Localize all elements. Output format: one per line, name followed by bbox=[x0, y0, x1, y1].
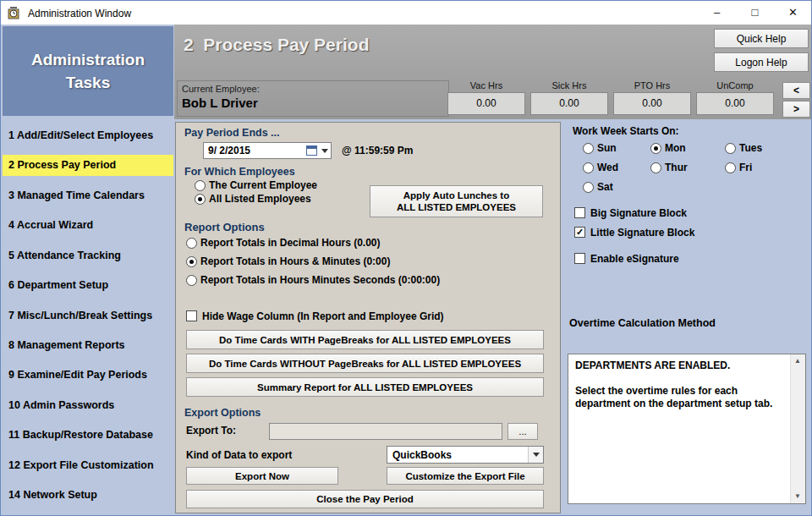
workweek-tues-radio[interactable] bbox=[725, 143, 736, 154]
sidebar-item-add-edit-select-employees[interactable]: 1 Add/Edit/Select Employees bbox=[3, 125, 173, 146]
next-employee-button[interactable]: > bbox=[782, 101, 810, 118]
administration-window: Administration Window – □ ✕ Administrati… bbox=[0, 0, 812, 516]
current-employee-label: Current Employee: bbox=[182, 84, 260, 94]
export-kind-value: QuickBooks bbox=[392, 449, 452, 461]
little-signature-block-label[interactable]: Little Signature Block bbox=[590, 227, 694, 239]
header-panel: 2 Process Pay Period Quick Help Logon He… bbox=[174, 25, 812, 119]
page-title: 2 Process Pay Period bbox=[184, 35, 369, 55]
workweek-mon-label[interactable]: Mon bbox=[665, 142, 686, 154]
app-icon bbox=[8, 6, 22, 19]
sidebar-item-process-pay-period[interactable]: 2 Process Pay Period bbox=[3, 155, 173, 176]
sidebar-item-attendance-tracking[interactable]: 5 Attendance Tracking bbox=[3, 245, 173, 266]
sidebar-item-backup-restore-database[interactable]: 11 Backup/Restore Database bbox=[3, 425, 173, 446]
sidebar-item-department-setup[interactable]: 6 Department Setup bbox=[3, 275, 173, 296]
overtime-info-box: DEPARTMENTS ARE ENABLED. Select the over… bbox=[568, 354, 806, 504]
overtime-info-text: DEPARTMENTS ARE ENABLED. Select the over… bbox=[575, 360, 785, 410]
sidebar-item-managed-time-calendars[interactable]: 3 Managed Time Calendars bbox=[3, 185, 173, 206]
title-bar: Administration Window – □ ✕ bbox=[1, 1, 811, 25]
scroll-down-icon[interactable]: ▼ bbox=[791, 490, 804, 503]
logon-help-button[interactable]: Logon Help bbox=[714, 52, 809, 72]
work-week-starts-title: Work Week Starts On: bbox=[573, 125, 679, 137]
close-button[interactable]: ✕ bbox=[774, 1, 812, 25]
pto-hrs-label: PTO Hrs bbox=[613, 80, 691, 91]
sidebar-item-accrual-wizard[interactable]: 4 Accrual Wizard bbox=[3, 215, 173, 236]
little-signature-block-checkbox[interactable] bbox=[574, 227, 585, 238]
workweek-thur-label[interactable]: Thur bbox=[665, 162, 688, 173]
summary-report-button[interactable]: Summary Report for ALL LISTED EMPLOYEES bbox=[186, 377, 544, 397]
sidebar-item-misc-lunch-break-settings[interactable]: 7 Misc/Lunch/Break Settings bbox=[3, 305, 173, 327]
export-options-title: Export Options bbox=[184, 407, 261, 419]
vac-hrs-value: 0.00 bbox=[447, 92, 525, 115]
workweek-tues-label[interactable]: Tues bbox=[739, 142, 762, 154]
for-which-employees-title: For Which Employees bbox=[184, 166, 295, 178]
overtime-scrollbar[interactable]: ▲ ▼ bbox=[790, 354, 805, 503]
enable-esignature-checkbox[interactable] bbox=[574, 253, 585, 264]
sick-hrs-label: Sick Hrs bbox=[530, 80, 608, 91]
administration-tasks-panel: Administration Tasks bbox=[3, 26, 173, 116]
workweek-sat-radio[interactable] bbox=[583, 182, 594, 193]
window-title: Administration Window bbox=[28, 8, 131, 19]
sidebar-item-network-setup[interactable]: 14 Network Setup bbox=[3, 485, 173, 506]
all-listed-employees-radio[interactable] bbox=[195, 194, 206, 205]
minimize-button[interactable]: – bbox=[698, 1, 736, 25]
scroll-up-icon[interactable]: ▲ bbox=[791, 354, 804, 368]
kind-of-data-label: Kind of Data to export bbox=[186, 449, 292, 461]
sidebar-item-examine-edit-pay-periods[interactable]: 9 Examine/Edit Pay Periods bbox=[3, 365, 173, 386]
hours-minutes-seconds-radio-label[interactable]: Report Totals in Hours Minutes Seconds (… bbox=[200, 274, 440, 286]
apply-auto-lunches-button[interactable]: Apply Auto Lunches to ALL LISTED EMPLOYE… bbox=[370, 185, 543, 217]
enable-esignature-label[interactable]: Enable eSignature bbox=[590, 253, 679, 265]
uncomp-hrs-label: UnComp bbox=[696, 80, 774, 91]
hide-wage-column-checkbox[interactable] bbox=[186, 310, 197, 321]
workweek-wed-label[interactable]: Wed bbox=[597, 162, 618, 173]
dropdown-arrow-icon[interactable] bbox=[528, 447, 543, 463]
sidebar-item-export-file-customization[interactable]: 12 Export File Customization bbox=[3, 455, 173, 476]
pto-hrs-value: 0.00 bbox=[613, 92, 691, 115]
pay-period-date-picker[interactable]: 9/ 2/2015 bbox=[203, 142, 332, 159]
quick-help-button[interactable]: Quick Help bbox=[714, 29, 809, 48]
close-pay-period-button[interactable]: Close the Pay Period bbox=[186, 490, 544, 508]
process-pay-period-panel: Pay Period Ends ... 9/ 2/2015 @ 11:59:59… bbox=[175, 122, 561, 513]
chevron-down-icon[interactable] bbox=[321, 149, 328, 153]
uncomp-hrs-value: 0.00 bbox=[696, 92, 774, 115]
timecards-with-pagebreaks-button[interactable]: Do Time Cards WITH PageBreaks for ALL LI… bbox=[186, 330, 544, 349]
timecards-without-pagebreaks-button[interactable]: Do Time Cards WITHOUT PageBreaks for ALL… bbox=[186, 354, 544, 373]
maximize-button[interactable]: □ bbox=[736, 1, 774, 25]
browse-button[interactable]: ... bbox=[508, 423, 538, 440]
export-now-button[interactable]: Export Now bbox=[186, 467, 338, 485]
workweek-mon-radio[interactable] bbox=[650, 143, 661, 154]
current-employee-box: Current Employee: Bob L Driver bbox=[177, 80, 449, 117]
decimal-hours-radio-label[interactable]: Report Totals in Decimal Hours (0.00) bbox=[200, 237, 381, 249]
export-kind-dropdown[interactable]: QuickBooks bbox=[387, 446, 544, 464]
current-employee-radio[interactable] bbox=[195, 180, 206, 191]
workweek-wed-radio[interactable] bbox=[583, 162, 594, 173]
workweek-fri-radio[interactable] bbox=[725, 162, 736, 173]
sick-hrs-value: 0.00 bbox=[530, 92, 608, 115]
hours-minutes-seconds-radio[interactable] bbox=[186, 275, 197, 286]
pay-period-time-text: @ 11:59:59 Pm bbox=[342, 145, 413, 156]
export-to-label: Export To: bbox=[186, 425, 236, 436]
hide-wage-column-label[interactable]: Hide Wage Column (In Report and Employee… bbox=[202, 310, 444, 322]
customize-export-file-button[interactable]: Customize the Export File bbox=[387, 467, 544, 485]
prev-employee-button[interactable]: < bbox=[782, 82, 810, 99]
current-employee-name: Bob L Driver bbox=[182, 96, 258, 110]
all-listed-employees-radio-label[interactable]: All Listed Employees bbox=[209, 193, 311, 205]
sidebar-item-admin-passwords[interactable]: 10 Admin Passwords bbox=[3, 395, 173, 416]
workweek-sat-label[interactable]: Sat bbox=[597, 181, 613, 193]
workweek-fri-label[interactable]: Fri bbox=[739, 162, 752, 173]
big-signature-block-checkbox[interactable] bbox=[574, 207, 585, 218]
sidebar-item-management-reports[interactable]: 8 Management Reports bbox=[3, 335, 173, 356]
big-signature-block-label[interactable]: Big Signature Block bbox=[590, 207, 687, 219]
hours-minutes-radio[interactable] bbox=[186, 256, 197, 267]
workweek-thur-radio[interactable] bbox=[650, 162, 661, 173]
current-employee-radio-label[interactable]: The Current Employee bbox=[209, 179, 317, 191]
decimal-hours-radio[interactable] bbox=[186, 238, 197, 249]
settings-panel: Work Week Starts On: Sun Mon Tues Wed Th… bbox=[562, 122, 812, 513]
workweek-sun-radio[interactable] bbox=[583, 143, 594, 154]
hours-minutes-radio-label[interactable]: Report Totals in Hours & Minutes (0:00) bbox=[200, 255, 390, 267]
report-options-title: Report Options bbox=[184, 221, 265, 233]
workweek-sun-label[interactable]: Sun bbox=[597, 142, 617, 154]
overtime-calculation-title: Overtime Calculation Method bbox=[569, 317, 716, 329]
export-to-field[interactable] bbox=[269, 423, 502, 440]
calendar-icon bbox=[306, 145, 317, 156]
pay-period-ends-title: Pay Period Ends ... bbox=[184, 127, 280, 139]
